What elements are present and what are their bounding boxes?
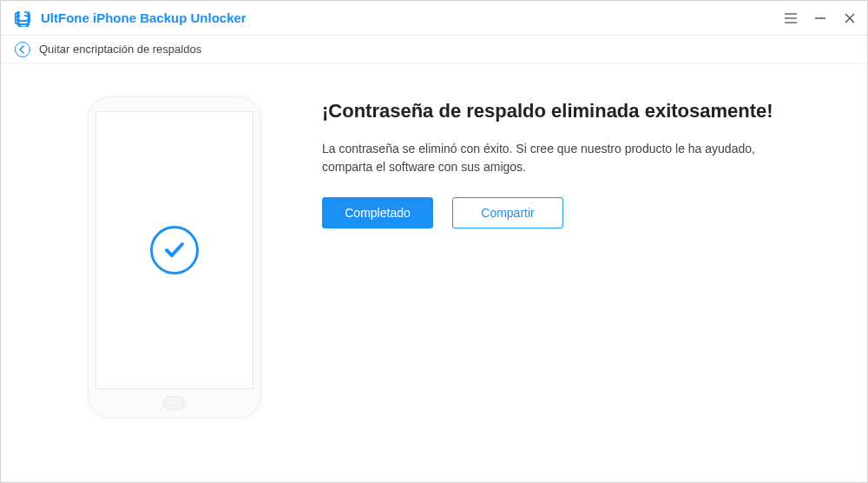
- phone-home-button-icon: [163, 396, 186, 410]
- phone-illustration: [88, 96, 261, 418]
- breadcrumb-bar: Quitar encriptación de respaldos: [1, 36, 867, 63]
- phone-frame: [88, 96, 261, 418]
- minimize-button[interactable]: [813, 11, 827, 25]
- breadcrumb-title: Quitar encriptación de respaldos: [39, 43, 201, 56]
- success-check-icon: [150, 226, 199, 275]
- main-content: ¡Contraseña de respaldo eliminada exitos…: [1, 63, 867, 418]
- success-description: La contraseña se eliminó con éxito. Si c…: [322, 140, 773, 176]
- complete-button[interactable]: Completado: [322, 197, 433, 228]
- message-panel: ¡Contraseña de respaldo eliminada exitos…: [322, 96, 773, 418]
- titlebar: UltFone iPhone Backup Unlocker: [1, 1, 867, 36]
- menu-button[interactable]: [784, 11, 798, 25]
- back-button[interactable]: [15, 42, 30, 57]
- close-button[interactable]: [843, 11, 857, 25]
- app-title: UltFone iPhone Backup Unlocker: [41, 10, 247, 25]
- window-controls: [784, 11, 857, 25]
- titlebar-left: UltFone iPhone Backup Unlocker: [15, 10, 247, 27]
- success-headline: ¡Contraseña de respaldo eliminada exitos…: [322, 100, 773, 122]
- app-window: UltFone iPhone Backup Unlocker: [0, 0, 868, 483]
- phone-screen: [95, 111, 253, 389]
- action-buttons: Completado Compartir: [322, 197, 773, 228]
- app-logo-icon: [15, 10, 32, 27]
- share-button[interactable]: Compartir: [452, 197, 563, 228]
